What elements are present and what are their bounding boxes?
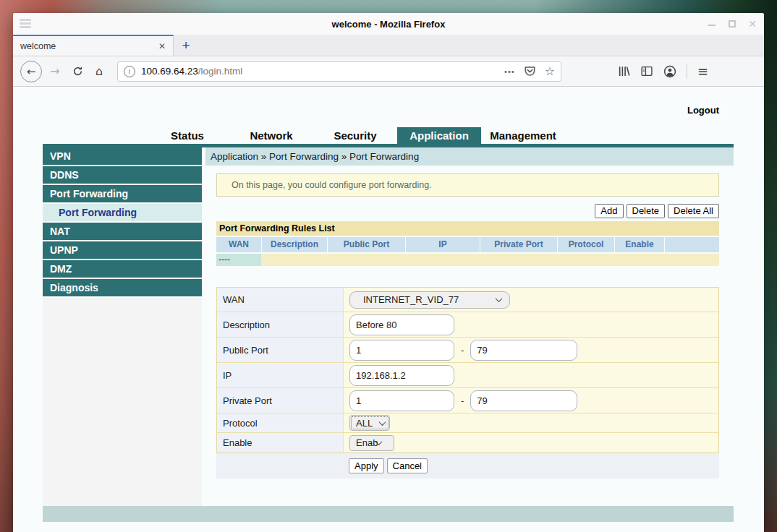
public-port-to-field[interactable] bbox=[470, 340, 577, 361]
sidebar-item-nat[interactable]: NAT bbox=[43, 223, 202, 240]
sidebar-item-vpn[interactable]: VPN bbox=[43, 147, 202, 165]
reload-icon bbox=[72, 66, 83, 77]
tab-bar: welcome ✕ + bbox=[13, 35, 764, 56]
top-nav-tabs: Status Network Security Application Mana… bbox=[145, 127, 734, 144]
sidebar-item-ddns[interactable]: DDNS bbox=[43, 166, 202, 184]
delete-all-button[interactable]: Delete All bbox=[668, 204, 719, 218]
column-header-enable: Enable bbox=[615, 237, 664, 252]
window-titlebar[interactable]: welcome - Mozilla Firefox ✕ bbox=[13, 13, 764, 35]
column-header-public-port: Public Port bbox=[328, 237, 405, 252]
browser-toolbar: ← → ⌂ i 100.69.64.23/login.html ••• bbox=[13, 56, 764, 87]
page-actions-icon[interactable]: ••• bbox=[504, 67, 515, 76]
public-port-from-field[interactable] bbox=[349, 340, 454, 361]
delete-button[interactable]: Delete bbox=[627, 204, 666, 218]
account-icon[interactable] bbox=[663, 65, 676, 78]
column-header-description: Description bbox=[262, 237, 327, 252]
minimize-icon[interactable] bbox=[708, 20, 716, 28]
enable-select[interactable]: Enable bbox=[349, 435, 394, 451]
chevron-down-icon bbox=[496, 295, 503, 302]
forward-button[interactable]: → bbox=[46, 64, 64, 78]
desktop: welcome - Mozilla Firefox ✕ welcome ✕ + … bbox=[0, 0, 777, 532]
home-button[interactable]: ⌂ bbox=[90, 64, 109, 78]
sidebar-item-port-forwarding[interactable]: Port Forwarding bbox=[43, 185, 202, 202]
column-header-spacer bbox=[665, 237, 719, 252]
url-domain: 100.69.64.23 bbox=[141, 66, 198, 77]
sidebar-menu: VPN DDNS Port Forwarding Port Forwarding… bbox=[43, 147, 202, 506]
wan-select[interactable]: INTERNET_R_VID_77 bbox=[349, 291, 510, 309]
new-tab-button[interactable]: + bbox=[174, 35, 198, 56]
wan-label: WAN bbox=[217, 288, 344, 312]
protocol-select[interactable]: ALL bbox=[349, 415, 390, 431]
sidebar-subitem-port-forwarding[interactable]: Port Forwarding bbox=[43, 204, 202, 221]
table-row: ---- bbox=[216, 254, 719, 266]
rule-row-wan-cell: ---- bbox=[216, 254, 261, 266]
port-range-separator: - bbox=[461, 345, 464, 356]
url-bar[interactable]: i 100.69.64.23/login.html ••• ☆ bbox=[117, 61, 561, 82]
url-path: /login.html bbox=[198, 66, 243, 77]
sidebar-toggle-icon[interactable] bbox=[640, 65, 653, 77]
window-controls: ✕ bbox=[708, 13, 757, 35]
description-label: Description bbox=[217, 312, 344, 337]
pocket-icon[interactable] bbox=[524, 65, 536, 77]
tab-title: welcome bbox=[20, 41, 158, 51]
firefox-window: welcome - Mozilla Firefox ✕ welcome ✕ + … bbox=[13, 13, 764, 532]
tab-management[interactable]: Management bbox=[481, 127, 565, 144]
private-port-from-field[interactable] bbox=[349, 390, 454, 411]
protocol-label: Protocol bbox=[217, 413, 344, 432]
port-forwarding-form: WAN INTERNET_R_VID_77 Description bbox=[216, 287, 719, 453]
sidebar-item-diagnosis[interactable]: Diagnosis bbox=[43, 279, 202, 296]
library-icon[interactable] bbox=[618, 65, 630, 77]
rules-table-header: WAN Description Public Port IP Private P… bbox=[216, 237, 719, 252]
tab-close-icon[interactable]: ✕ bbox=[158, 41, 166, 51]
breadcrumb: Application » Port Forwarding » Port For… bbox=[205, 147, 734, 166]
tab-application[interactable]: Application bbox=[397, 127, 481, 144]
bookmark-star-icon[interactable]: ☆ bbox=[545, 64, 555, 78]
tab-status[interactable]: Status bbox=[145, 127, 229, 144]
ip-field[interactable] bbox=[349, 365, 454, 386]
sidebar-item-dmz[interactable]: DMZ bbox=[43, 260, 202, 278]
page-footer-bar bbox=[43, 506, 734, 522]
info-message-text: On this page, you could configure port f… bbox=[232, 180, 432, 190]
app-menu-icon[interactable]: ≡ bbox=[697, 64, 708, 79]
window-title: welcome - Mozilla Firefox bbox=[13, 13, 764, 35]
column-header-ip: IP bbox=[406, 237, 480, 252]
public-port-label: Public Port bbox=[217, 338, 344, 362]
cancel-button[interactable]: Cancel bbox=[387, 458, 428, 473]
tab-welcome[interactable]: welcome ✕ bbox=[13, 35, 174, 56]
private-port-to-field[interactable] bbox=[470, 390, 577, 411]
rule-row-empty-cells bbox=[261, 254, 719, 266]
ip-label: IP bbox=[217, 363, 344, 387]
toolbar-separator bbox=[687, 64, 687, 79]
enable-select-value: Enable bbox=[350, 437, 378, 448]
rule-list-actions: Add Delete Delete All bbox=[216, 204, 719, 218]
sidebar-filler bbox=[43, 298, 202, 506]
rules-table-title: Port Forwarding Rules List bbox=[216, 221, 719, 236]
router-admin-page: Logout Status Network Security Applicati… bbox=[43, 87, 734, 522]
port-forwarding-rules-table: Port Forwarding Rules List WAN Descripti… bbox=[216, 221, 719, 266]
back-button[interactable]: ← bbox=[20, 61, 42, 82]
close-icon[interactable]: ✕ bbox=[748, 20, 757, 28]
column-header-private-port: Private Port bbox=[480, 237, 557, 252]
wan-select-value: INTERNET_R_VID_77 bbox=[350, 294, 496, 305]
column-header-wan: WAN bbox=[216, 237, 261, 252]
column-header-protocol: Protocol bbox=[558, 237, 614, 252]
protocol-select-value: ALL bbox=[350, 418, 380, 429]
maximize-icon[interactable] bbox=[728, 20, 736, 28]
logout-link[interactable]: Logout bbox=[687, 105, 719, 116]
tab-security[interactable]: Security bbox=[313, 127, 397, 144]
tab-network[interactable]: Network bbox=[229, 127, 313, 144]
enable-label: Enable bbox=[217, 433, 344, 452]
sidebar-item-upnp[interactable]: UPNP bbox=[43, 241, 202, 259]
add-button[interactable]: Add bbox=[595, 204, 623, 218]
site-info-icon[interactable]: i bbox=[124, 66, 135, 77]
page-viewport: Logout Status Network Security Applicati… bbox=[13, 87, 764, 532]
private-port-label: Private Port bbox=[217, 388, 344, 413]
apply-button[interactable]: Apply bbox=[349, 458, 384, 473]
info-message-box: On this page, you could configure port f… bbox=[216, 173, 719, 197]
chevron-down-icon bbox=[379, 419, 386, 426]
url-text[interactable]: 100.69.64.23/login.html bbox=[141, 66, 498, 77]
reload-button[interactable] bbox=[68, 66, 87, 77]
form-actions-row: Apply Cancel bbox=[216, 453, 719, 479]
description-field[interactable] bbox=[349, 314, 454, 335]
main-content: Application » Port Forwarding » Port For… bbox=[205, 147, 734, 506]
